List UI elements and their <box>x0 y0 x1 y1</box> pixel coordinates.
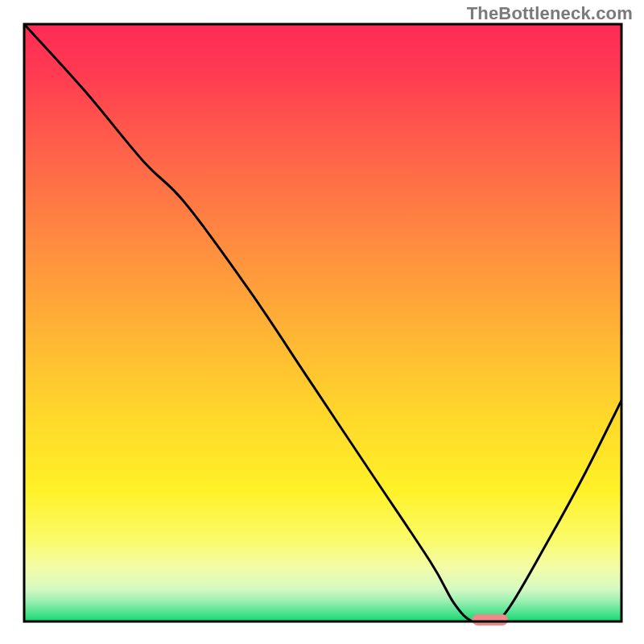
optimal-range-marker <box>473 614 509 625</box>
watermark-text: TheBottleneck.com <box>467 3 633 24</box>
bottleneck-chart <box>0 0 644 644</box>
plot-area <box>24 24 621 625</box>
gradient-background <box>24 24 621 621</box>
